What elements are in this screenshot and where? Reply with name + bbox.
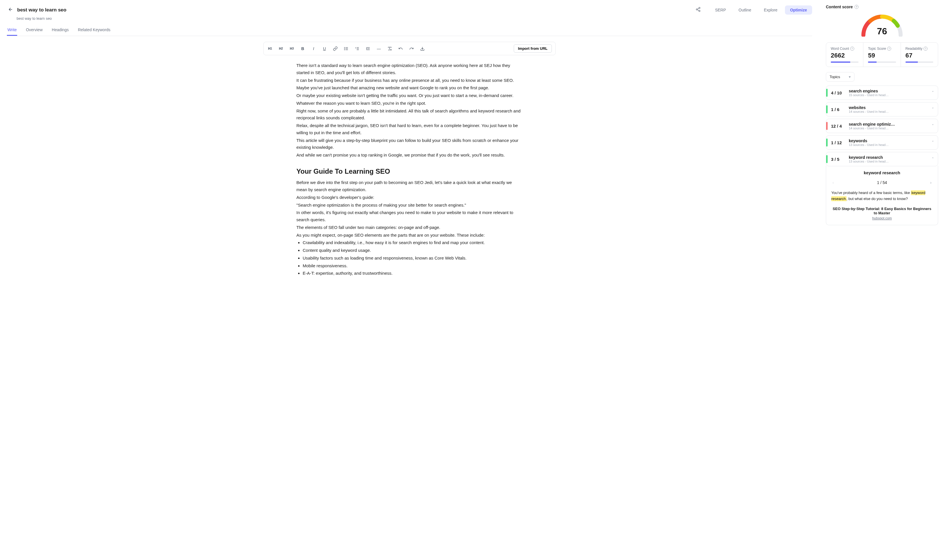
nav-headings[interactable]: Headings bbox=[51, 25, 69, 36]
paragraph: This article will give you a step-by-ste… bbox=[296, 137, 523, 151]
topic-meta: 13 sources - Used in head… bbox=[849, 160, 932, 163]
editor-toolbar: H1 H2 H3 B I U — Import from URL bbox=[264, 42, 555, 55]
paragraph: The elements of SEO fall under two main … bbox=[296, 224, 523, 231]
paragraph: Right now, some of you are probably a li… bbox=[296, 108, 523, 122]
indent-button[interactable] bbox=[365, 46, 371, 51]
metric-readability: Readability? 67 bbox=[901, 43, 938, 67]
svg-point-0 bbox=[699, 8, 700, 9]
tab-explore[interactable]: Explore bbox=[758, 5, 782, 15]
topic-count: 1 / 6 bbox=[831, 107, 849, 112]
list-item: Crawlability and indexability, i.e., how… bbox=[303, 239, 523, 246]
reference-title: SEO Step-by-Step Tutorial: 8 Easy Basics… bbox=[831, 206, 933, 215]
topic-meta: 13 sources - Used in head… bbox=[849, 143, 932, 146]
topic-item[interactable]: 12 / 4 search engine optimiz… 14 sources… bbox=[826, 119, 938, 133]
chevron-icon: ˅ bbox=[932, 107, 934, 112]
topic-name: search engines bbox=[849, 89, 932, 93]
topic-meta: 14 sources - Used in head… bbox=[849, 126, 932, 130]
metric-word-count: Word Count? 2662 bbox=[826, 43, 863, 67]
metric-topic-score: Topic Score? 59 bbox=[863, 43, 900, 67]
import-url-button[interactable]: Import from URL bbox=[514, 45, 552, 53]
chevron-icon: ˄ bbox=[932, 157, 934, 162]
nav-overview[interactable]: Overview bbox=[25, 25, 43, 36]
paragraph: As you might expect, on-page SEO element… bbox=[296, 232, 523, 239]
bold-button[interactable]: B bbox=[300, 46, 305, 51]
clear-format-button[interactable] bbox=[387, 46, 393, 51]
paragraph: "Search engine optimization is the proce… bbox=[296, 202, 523, 209]
back-arrow[interactable] bbox=[7, 6, 14, 14]
tab-outline[interactable]: Outline bbox=[733, 5, 756, 15]
help-icon[interactable]: ? bbox=[850, 47, 854, 51]
reference-source[interactable]: hubspot.com bbox=[831, 216, 933, 220]
paragraph: Whatever the reason you want to learn SE… bbox=[296, 100, 523, 107]
share-icon[interactable] bbox=[693, 5, 703, 15]
h3-button[interactable]: H3 bbox=[289, 46, 294, 51]
paragraph: It can be frustrating because if your bu… bbox=[296, 77, 523, 84]
topic-item[interactable]: 4 / 10 search engines 15 sources - Used … bbox=[826, 86, 938, 100]
help-icon[interactable]: ? bbox=[854, 5, 859, 9]
heading-2: Your Guide To Learning SEO bbox=[296, 166, 523, 177]
expanded-topic-title: keyword research bbox=[831, 170, 933, 175]
paragraph: Maybe you've just launched that amazing … bbox=[296, 85, 523, 92]
list-item: Mobile responsiveness. bbox=[303, 262, 523, 269]
topic-name: keywords bbox=[849, 138, 932, 143]
topic-name: websites bbox=[849, 105, 932, 110]
help-icon[interactable]: ? bbox=[887, 47, 891, 51]
paragraph: According to Google's developer's guide: bbox=[296, 194, 523, 201]
tab-optimize[interactable]: Optimize bbox=[785, 5, 812, 15]
topic-item[interactable]: 1 / 12 keywords 13 sources - Used in hea… bbox=[826, 135, 938, 150]
paragraph: Or maybe your existing website isn't get… bbox=[296, 92, 523, 99]
hr-button[interactable]: — bbox=[376, 46, 382, 51]
topic-meta: 14 sources - Used in head… bbox=[849, 110, 932, 113]
list-item: Usability factors such as loading time a… bbox=[303, 255, 523, 262]
chevron-icon: ˅ bbox=[932, 140, 934, 145]
topic-count: 1 / 12 bbox=[831, 140, 849, 145]
list-item: Content quality and keyword usage. bbox=[303, 247, 523, 254]
chevron-down-icon: ▾ bbox=[849, 75, 851, 79]
paragraph: There isn't a standard way to learn sear… bbox=[296, 62, 523, 76]
topic-snippet: You've probably heard of a few basic ter… bbox=[831, 190, 933, 202]
svg-point-2 bbox=[699, 10, 700, 12]
svg-point-1 bbox=[696, 9, 698, 10]
topic-name: keyword research bbox=[849, 155, 932, 160]
pager-next[interactable]: › bbox=[929, 179, 933, 186]
topics-dropdown[interactable]: Topics ▾ bbox=[826, 72, 854, 82]
nav-related[interactable]: Related Keywords bbox=[77, 25, 111, 36]
chevron-icon: ˅ bbox=[932, 124, 934, 128]
paragraph: And while we can't promise you a top ran… bbox=[296, 152, 523, 159]
topic-count: 12 / 4 bbox=[831, 124, 849, 128]
page-subtitle: best way to learn seo bbox=[17, 16, 812, 21]
topic-count: 4 / 10 bbox=[831, 91, 849, 95]
help-icon[interactable]: ? bbox=[923, 47, 928, 51]
score-value: 76 bbox=[877, 26, 887, 37]
svg-line-3 bbox=[697, 10, 699, 11]
paragraph: Relax, despite all the technical jargon,… bbox=[296, 122, 523, 137]
ordered-list-button[interactable] bbox=[354, 46, 360, 51]
topic-expanded-panel: keyword research ‹ 1 / 54 › You've proba… bbox=[826, 166, 938, 225]
tab-serp[interactable]: SERP bbox=[710, 5, 731, 15]
undo-button[interactable] bbox=[398, 46, 404, 51]
italic-button[interactable]: I bbox=[311, 46, 316, 51]
h2-button[interactable]: H2 bbox=[278, 46, 284, 51]
list-item: E-A-T: expertise, authority, and trustwo… bbox=[303, 270, 523, 277]
bullet-list-button[interactable] bbox=[343, 46, 349, 51]
h1-button[interactable]: H1 bbox=[267, 46, 273, 51]
chevron-icon: ˅ bbox=[932, 91, 934, 95]
underline-button[interactable]: U bbox=[322, 46, 327, 51]
topic-count: 3 / 5 bbox=[831, 157, 849, 162]
score-gauge: 76 bbox=[858, 11, 906, 37]
download-button[interactable] bbox=[419, 46, 425, 51]
topic-item[interactable]: 1 / 6 websites 14 sources - Used in head… bbox=[826, 102, 938, 117]
topic-item[interactable]: 3 / 5 keyword research 13 sources - Used… bbox=[826, 152, 938, 166]
topic-name: search engine optimiz… bbox=[849, 122, 932, 126]
pager-prev[interactable]: ‹ bbox=[831, 179, 835, 186]
editor-content[interactable]: There isn't a standard way to learn sear… bbox=[296, 62, 523, 277]
paragraph: Before we dive into the first step on yo… bbox=[296, 179, 523, 194]
redo-button[interactable] bbox=[409, 46, 415, 51]
pager-position: 1 / 54 bbox=[877, 180, 887, 185]
paragraph: In other words, it's figuring out exactl… bbox=[296, 209, 523, 223]
svg-line-4 bbox=[697, 8, 699, 9]
link-button[interactable] bbox=[333, 46, 338, 51]
page-title: best way to learn seo bbox=[17, 7, 66, 13]
content-score-label: Content score bbox=[826, 5, 853, 9]
nav-write[interactable]: Write bbox=[7, 25, 17, 36]
